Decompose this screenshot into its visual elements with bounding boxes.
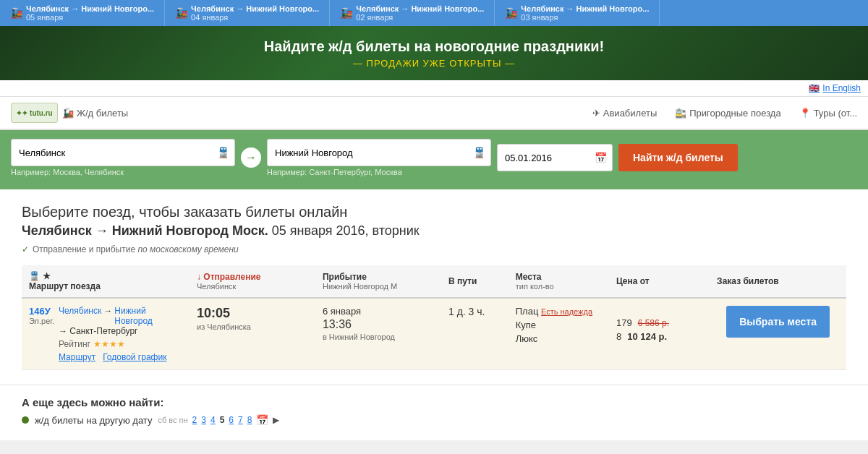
logo: ✦✦ tutu.ru 🚂 Ж/д билеты (11, 103, 128, 123)
tab-2[interactable]: 🚂 Челябинск → Нижний Новгоро... 04 январ… (165, 0, 330, 26)
arrive-date: 6 января (323, 306, 434, 317)
depart-cell: 10:05 из Челябинска (190, 298, 315, 370)
tab-2-route: Челябинск → Нижний Новгоро... (191, 4, 319, 13)
seat-hope-link[interactable]: Есть надежда (541, 307, 592, 316)
train-route: Челябинск → Нижний Новгород (59, 306, 182, 326)
date-current-5: 5 (220, 415, 225, 425)
subtitle-arrow: → (95, 223, 109, 238)
select-title: Выберите поезд, чтобы заказать билеты он… (22, 204, 846, 220)
promo-banner: Найдите ж/д билеты на новогодние праздни… (0, 26, 868, 80)
tab-1[interactable]: 🚂 Челябинск → Нижний Новгоро... 05 январ… (0, 0, 165, 26)
to-input-wrap: 🚆 (267, 139, 491, 166)
logo-zd-label: 🚂 Ж/д билеты (62, 108, 128, 119)
tab-4-date: 03 января (521, 13, 649, 22)
col-price-header: Цена от (609, 265, 710, 298)
train-rating: Рейтинг ★★★★ (59, 339, 182, 349)
from-input-icon: 🚆 (217, 147, 229, 158)
seat-type-kupe: Купе (516, 320, 536, 330)
col-depart-sub: Челябинск (197, 282, 308, 291)
banner-title: Найдите ж/д билеты на новогодние праздни… (264, 38, 604, 55)
arrive-cell: 6 января 13:36 в Нижний Новгород (315, 298, 441, 370)
calendar-nav-icon[interactable]: 📅 (256, 414, 268, 426)
seat-luks: Люкс (516, 333, 602, 344)
subtitle-from: Челябинск (22, 223, 92, 238)
date-link-4[interactable]: 4 (210, 415, 216, 425)
results-table: 🚆 ★ Маршрут поезда ↓ Отправление Челябин… (22, 265, 846, 370)
plane-icon: ✈ (592, 108, 600, 119)
train-dest: → Санкт-Петербург (59, 326, 182, 336)
check-icon: ✓ (22, 244, 29, 254)
arrow-right-icon[interactable]: ▶ (273, 415, 279, 425)
nav-suburban-label: Пригородные поезда (689, 108, 780, 119)
luks-price: 10 124 р. (627, 331, 667, 342)
banner-subtitle: — ПРОДАЖИ УЖЕ ОТКРЫТЫ — (353, 58, 515, 69)
col-depart-header[interactable]: ↓ Отправление Челябинск (190, 265, 315, 298)
from-input[interactable] (11, 139, 235, 166)
train-number[interactable]: 146У (29, 306, 54, 317)
nav-flights-label: Авиабилеты (603, 108, 657, 119)
search-button[interactable]: Найти ж/д билеты (618, 144, 738, 171)
results-body: 146У Эл.рег. Челябинск → Нижний Новгород… (22, 298, 846, 370)
train-icon-2: 🚂 (175, 7, 187, 19)
date-link-7[interactable]: 7 (238, 415, 243, 425)
timezone-note: ✓ Отправление и прибытие по московскому … (22, 244, 846, 254)
zd-label-text: Ж/д билеты (77, 108, 128, 119)
col-order-header: Заказ билетов (710, 265, 846, 298)
select-seats-button[interactable]: Выбрать места (726, 306, 830, 338)
col-seats-header: Места тип кол-во (509, 265, 609, 298)
price-kupe-row: 179 6 586 р. (616, 317, 702, 328)
tab-4[interactable]: 🚂 Челябинск → Нижний Новгоро... 03 январ… (495, 0, 660, 26)
nav-tours[interactable]: 📍 Туры (от... (799, 108, 857, 119)
to-hint: Например: Санкт-Петербург, Москва (267, 168, 491, 176)
date-link-8[interactable]: 8 (247, 415, 252, 425)
col-seats-label: Места (516, 272, 602, 282)
seat-kupe: Купе (516, 320, 602, 330)
date-navigation: сб вс пн 2 3 4 5 6 7 8 📅 ▶ (158, 414, 279, 426)
from-input-wrap: 🚆 (11, 139, 235, 166)
seats-cell: Плац Есть надежда Купе Люкс (509, 298, 609, 370)
to-input[interactable] (267, 139, 491, 166)
date-link-6[interactable]: 6 (229, 415, 234, 425)
main-content: Выберите поезд, чтобы заказать билеты он… (0, 189, 868, 385)
kupe-price: 6 586 р. (638, 318, 669, 328)
days-header: сб вс пн (158, 416, 187, 424)
col-arrive-label: Прибытие (323, 272, 434, 282)
star-sort-icon: ★ (43, 271, 51, 281)
train-icon-3: 🚂 (340, 7, 352, 19)
header-nav: ✦✦ tutu.ru 🚂 Ж/д билеты ✈ Авиабилеты 🚉 П… (0, 97, 868, 130)
to-field-wrap: 🚆 Например: Санкт-Петербург, Москва (267, 139, 491, 176)
swap-direction-button[interactable]: → (241, 147, 261, 168)
duration-text: 1 д. 3 ч. (448, 306, 501, 317)
sort-icon-row: 🚆 ★ (29, 271, 182, 281)
col-arrive-header: Прибытие Нижний Новгород М (315, 265, 441, 298)
nav-flights[interactable]: ✈ Авиабилеты (592, 108, 657, 119)
to-input-icon: 🚆 (473, 147, 485, 158)
train-icon-1: 🚂 (10, 7, 22, 19)
tab-1-date: 05 января (26, 13, 154, 22)
results-header: 🚆 ★ Маршрут поезда ↓ Отправление Челябин… (22, 265, 846, 298)
date-link-2[interactable]: 2 (192, 415, 197, 425)
date-input-wrap: 📅 (497, 144, 613, 171)
seat-type-luks: Люкс (516, 333, 538, 344)
nav-tours-label: Туры (от... (814, 108, 857, 119)
tab-3[interactable]: 🚂 Челябинск → Нижний Новгоро... 02 январ… (330, 0, 495, 26)
arrive-time: 13:36 (323, 318, 434, 331)
route-link[interactable]: Маршрут (59, 352, 95, 362)
subtitle-date: 05 января 2016, вторник (272, 223, 420, 238)
train-route-from[interactable]: Челябинск (59, 306, 101, 326)
nav-suburban[interactable]: 🚉 Пригородные поезда (675, 108, 780, 119)
train-icon-4: 🚂 (505, 7, 517, 19)
tab-1-route: Челябинск → Нижний Новгоро... (26, 4, 154, 13)
date-link-3[interactable]: 3 (201, 415, 206, 425)
col-order-label: Заказ билетов (717, 276, 779, 286)
seat-plac: Плац Есть надежда (516, 306, 602, 317)
train-info-cell: 146У Эл.рег. Челябинск → Нижний Новгород… (22, 298, 190, 370)
search-bar: 🚆 Например: Москва, Челябинск → 🚆 Наприм… (0, 130, 868, 189)
schedule-link[interactable]: Годовой график (103, 352, 166, 362)
language-link[interactable]: 🇬🇧 In English (809, 83, 861, 93)
train-type: Эл.рег. (29, 317, 54, 325)
suburban-icon: 🚉 (675, 108, 686, 119)
alt-dates-label: ж/д билеты на другую дату (35, 415, 152, 426)
price-luks-row: 8 10 124 р. (616, 331, 702, 342)
train-route-to[interactable]: Нижний Новгород (114, 306, 182, 326)
